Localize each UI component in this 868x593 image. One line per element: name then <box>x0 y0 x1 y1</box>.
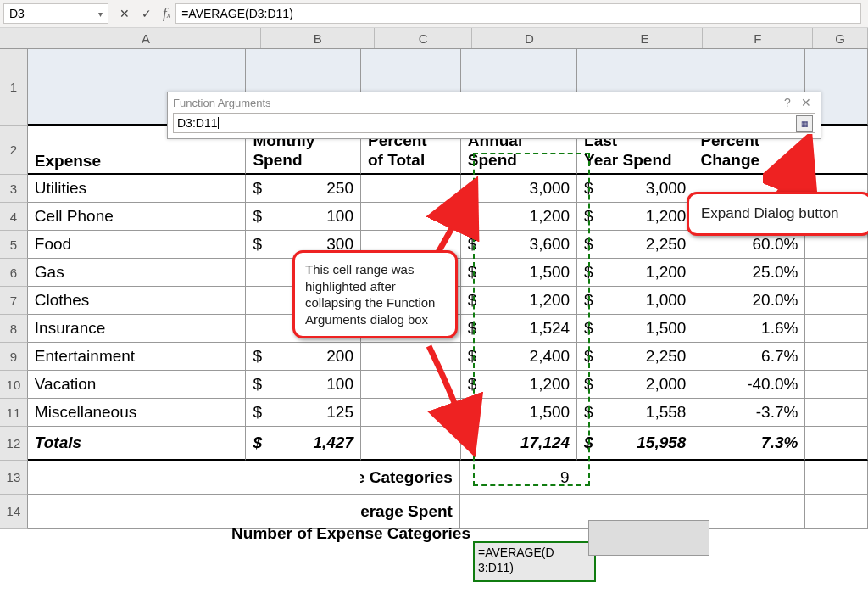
row-header[interactable]: 12 <box>0 427 28 461</box>
cell[interactable]: $15,958 <box>577 427 693 461</box>
cell[interactable]: $2,000 <box>577 371 693 399</box>
cell[interactable]: -3.7% <box>693 399 805 427</box>
cell[interactable]: $250 <box>246 175 361 203</box>
cell[interactable]: $1,000 <box>577 287 693 315</box>
row-header[interactable]: 8 <box>0 315 28 343</box>
cell[interactable] <box>460 495 577 529</box>
cell[interactable]: $1,524 <box>461 315 577 343</box>
cell[interactable]: 25.0% <box>693 259 805 287</box>
cell[interactable]: $17,124 <box>461 427 577 461</box>
cell[interactable]: $1,200 <box>577 203 693 231</box>
insert-function-icon[interactable]: fx <box>163 5 170 22</box>
cell[interactable]: $1,200 <box>577 259 693 287</box>
cell[interactable] <box>361 175 461 203</box>
cell[interactable] <box>361 343 461 371</box>
row-header[interactable]: 9 <box>0 343 28 371</box>
cell[interactable]: 1.6% <box>693 315 805 343</box>
col-header-g[interactable]: G <box>813 28 868 48</box>
cell[interactable]: $1,500 <box>461 259 577 287</box>
cell[interactable]: Vacation <box>28 371 247 399</box>
row-header[interactable]: 1 <box>0 49 28 126</box>
cell[interactable]: Food <box>28 231 247 259</box>
col-header-d[interactable]: D <box>472 28 587 48</box>
cell[interactable]: 20.0% <box>693 287 805 315</box>
cell[interactable] <box>246 461 360 495</box>
cell[interactable]: $3,000 <box>461 175 577 203</box>
cell[interactable]: $100 <box>246 203 361 231</box>
cell[interactable] <box>246 495 360 529</box>
cell[interactable]: Entertainment <box>28 343 247 371</box>
row-header[interactable]: 4 <box>0 203 28 231</box>
cell[interactable]: -40.0% <box>693 371 805 399</box>
help-icon[interactable]: ? <box>778 96 797 109</box>
cell[interactable]: 9 <box>460 461 577 495</box>
cell[interactable]: $125 <box>246 399 361 427</box>
cell[interactable]: $100 <box>246 371 361 399</box>
cell[interactable]: Gas <box>28 259 247 287</box>
cell[interactable]: $1,427 <box>246 427 361 461</box>
dialog-range-input[interactable]: D3:D11 ▦ <box>173 113 815 133</box>
cell[interactable] <box>805 287 868 315</box>
cell[interactable]: $1,200 <box>461 287 577 315</box>
cell[interactable]: Clothes <box>28 287 247 315</box>
cell[interactable] <box>693 495 805 529</box>
row-header[interactable]: 13 <box>0 461 28 495</box>
cell[interactable]: $2,250 <box>577 231 693 259</box>
cell[interactable]: $1,500 <box>577 315 693 343</box>
cell[interactable] <box>693 461 805 495</box>
col-header-a[interactable]: A <box>31 28 261 48</box>
name-box[interactable]: D3 ▾ <box>3 3 108 24</box>
col-header-b[interactable]: B <box>261 28 375 48</box>
cell[interactable] <box>805 461 868 495</box>
cell[interactable] <box>361 427 461 461</box>
cell[interactable]: $1,200 <box>461 371 577 399</box>
cell[interactable]: $1,500 <box>461 399 577 427</box>
cell[interactable]: Average Spent <box>360 495 460 529</box>
cell[interactable] <box>805 343 868 371</box>
col-header-e[interactable]: E <box>587 28 703 48</box>
cell[interactable] <box>361 371 461 399</box>
chevron-down-icon[interactable]: ▾ <box>98 9 103 19</box>
cell[interactable]: $2,400 <box>461 343 577 371</box>
cell[interactable]: $3,600 <box>461 231 577 259</box>
close-icon[interactable]: ✕ <box>797 96 815 109</box>
select-all-corner[interactable] <box>0 28 31 48</box>
cell[interactable] <box>805 399 868 427</box>
cell[interactable]: $2,250 <box>577 343 693 371</box>
row-header[interactable]: 2 <box>0 126 28 175</box>
row-header[interactable]: 6 <box>0 259 28 287</box>
cell[interactable] <box>361 203 461 231</box>
cell[interactable]: Cell Phone <box>28 203 247 231</box>
cell[interactable]: 7.3% <box>693 427 805 461</box>
cell[interactable]: $3,000 <box>577 175 693 203</box>
row-header[interactable]: 14 <box>0 495 28 529</box>
cell[interactable] <box>576 495 693 529</box>
col-header-c[interactable]: C <box>375 28 471 48</box>
cancel-formula-icon[interactable]: ✕ <box>116 5 133 22</box>
cell[interactable] <box>805 315 868 343</box>
cell[interactable]: Utilities <box>28 175 247 203</box>
row-header[interactable]: 10 <box>0 371 28 399</box>
cell[interactable]: Totals <box>28 427 247 461</box>
row-header[interactable]: 11 <box>0 399 28 427</box>
formula-input[interactable]: =AVERAGE(D3:D11) <box>175 3 861 24</box>
cell[interactable]: Miscellaneous <box>28 399 247 427</box>
cell[interactable] <box>805 427 868 461</box>
cell[interactable]: Insurance <box>28 315 247 343</box>
cell[interactable]: $1,200 <box>461 203 577 231</box>
cell[interactable]: $1,558 <box>577 399 693 427</box>
cell[interactable] <box>805 371 868 399</box>
cell[interactable]: Number of Expense Categories <box>360 461 460 495</box>
cell[interactable] <box>805 259 868 287</box>
enter-formula-icon[interactable]: ✓ <box>138 5 155 22</box>
expand-dialog-button[interactable]: ▦ <box>796 115 813 132</box>
cell[interactable] <box>576 461 693 495</box>
row-header[interactable]: 5 <box>0 231 28 259</box>
row-header[interactable]: 7 <box>0 287 28 315</box>
col-header-f[interactable]: F <box>703 28 813 48</box>
row-header[interactable]: 3 <box>0 175 28 203</box>
cell[interactable] <box>28 461 246 495</box>
cell[interactable] <box>805 495 868 529</box>
cell[interactable]: $200 <box>246 343 361 371</box>
cell[interactable] <box>28 495 246 529</box>
